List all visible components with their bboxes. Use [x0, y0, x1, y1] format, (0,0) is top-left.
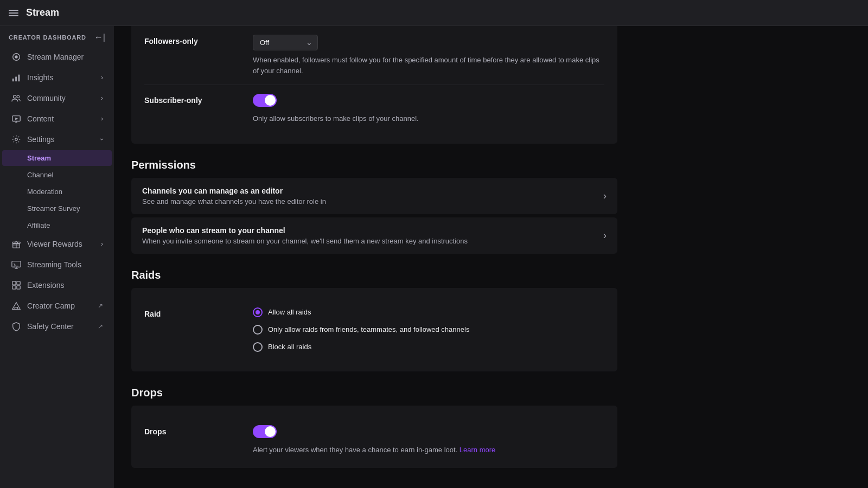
clips-card: Followers-only Off 10 minutes 30 minutes…	[131, 26, 617, 144]
sidebar-label-stream-manager: Stream Manager	[27, 53, 84, 61]
creator-dashboard-label: CREATOR DASHBOARD	[9, 34, 86, 41]
svg-rect-13	[12, 281, 16, 285]
sidebar-sub-item-channel[interactable]: Channel	[2, 167, 112, 183]
sidebar: CREATOR DASHBOARD ←| Stream Manager	[0, 26, 114, 488]
subscriber-only-row: Subscriber-only Only allow subscribers t…	[144, 85, 604, 133]
svg-rect-2	[12, 79, 14, 81]
sidebar-item-safety-center[interactable]: Safety Center ↗	[2, 317, 112, 336]
raid-label-friends-only: Only allow raids from friends, teammates…	[268, 325, 469, 333]
raid-label: Raid	[144, 307, 253, 318]
sidebar-label-extensions: Extensions	[27, 281, 64, 290]
sidebar-item-extensions[interactable]: Extensions	[2, 275, 112, 295]
permission-info-editor: Channels you can manage as an editor See…	[142, 187, 326, 206]
sidebar-collapse-icon[interactable]: ←|	[94, 33, 105, 42]
svg-rect-4	[18, 75, 20, 82]
sidebar-item-content[interactable]: Content ›	[2, 109, 112, 129]
svg-rect-14	[17, 281, 20, 285]
sidebar-label-safety-center: Safety Center	[27, 322, 74, 331]
svg-marker-8	[15, 118, 18, 120]
sidebar-label-content: Content	[27, 114, 54, 123]
subscriber-only-toggle[interactable]	[253, 94, 277, 107]
stream-manager-icon	[11, 52, 22, 62]
raid-control: Allow all raids Only allow raids from fr…	[253, 307, 604, 352]
sidebar-item-community[interactable]: Community ›	[2, 88, 112, 108]
followers-only-label: Followers-only	[144, 35, 253, 46]
safety-center-icon	[11, 321, 22, 332]
sub-item-label-streamer-survey: Streamer Survey	[27, 204, 80, 213]
permissions-heading: Permissions	[131, 159, 617, 171]
menu-icon[interactable]	[9, 8, 20, 18]
raid-option-allow-all[interactable]: Allow all raids	[253, 307, 604, 317]
sidebar-label-settings: Settings	[27, 135, 55, 144]
content-area: Followers-only Off 10 minutes 30 minutes…	[114, 26, 635, 488]
drops-toggle[interactable]	[253, 425, 277, 438]
svg-point-9	[15, 138, 18, 141]
creator-camp-external-icon: ↗	[98, 302, 103, 310]
sidebar-item-creator-camp[interactable]: Creator Camp ↗	[2, 296, 112, 316]
permission-info-people-stream: People who can stream to your channel Wh…	[142, 226, 468, 245]
raid-option-block-all[interactable]: Block all raids	[253, 342, 604, 352]
raids-card: Raid Allow all raids Only allow raids fr…	[131, 288, 617, 371]
main-content: Followers-only Off 10 minutes 30 minutes…	[114, 26, 868, 488]
sidebar-sub-item-affiliate[interactable]: Affiliate	[2, 217, 112, 233]
raid-radio-allow-all-icon	[253, 307, 263, 317]
viewer-rewards-icon	[11, 239, 22, 249]
permission-row-editor[interactable]: Channels you can manage as an editor See…	[131, 178, 617, 214]
sub-item-label-affiliate: Affiliate	[27, 221, 50, 229]
community-chevron-icon: ›	[101, 94, 103, 102]
content-chevron-icon: ›	[101, 115, 103, 123]
drops-heading: Drops	[131, 387, 617, 399]
permission-row-people-stream[interactable]: People who can stream to your channel Wh…	[131, 217, 617, 254]
drops-card: Drops Alert your viewers when they have …	[131, 406, 617, 468]
permission-chevron-people-icon: ›	[603, 230, 607, 241]
sidebar-header: CREATOR DASHBOARD ←|	[0, 26, 114, 47]
drops-row: Drops Alert your viewers when they have …	[144, 416, 604, 458]
drops-learn-more-link[interactable]: Learn more	[459, 446, 495, 454]
raid-radio-block-icon	[253, 342, 263, 352]
settings-icon	[11, 134, 22, 145]
insights-icon	[11, 72, 22, 83]
svg-point-1	[15, 55, 17, 58]
sidebar-sub-item-moderation[interactable]: Moderation	[2, 184, 112, 200]
sidebar-item-insights[interactable]: Insights ›	[2, 68, 112, 87]
sidebar-item-settings[interactable]: Settings ›	[2, 130, 112, 149]
creator-camp-icon	[11, 300, 22, 311]
drops-description-text: Alert your viewers when they have a chan…	[253, 446, 457, 454]
content-icon	[11, 113, 22, 124]
sidebar-item-viewer-rewards[interactable]: Viewer Rewards ›	[2, 234, 112, 254]
community-icon	[11, 93, 22, 104]
sidebar-sub-item-stream[interactable]: Stream	[2, 150, 112, 166]
permission-desc-editor: See and manage what channels you have th…	[142, 197, 326, 206]
subscriber-only-control: Only allow subscribers to make clips of …	[253, 94, 604, 124]
topbar: Stream	[0, 0, 868, 26]
sub-item-label-channel: Channel	[27, 171, 53, 179]
svg-rect-16	[17, 286, 20, 289]
permission-desc-people-stream: When you invite someone to stream on you…	[142, 237, 468, 245]
svg-rect-11	[12, 242, 20, 243]
drops-thumb	[265, 426, 276, 437]
safety-center-external-icon: ↗	[98, 323, 103, 330]
followers-only-description: When enabled, followers must follow you …	[253, 55, 604, 76]
sidebar-item-streaming-tools[interactable]: Streaming Tools	[2, 255, 112, 274]
layout: CREATOR DASHBOARD ←| Stream Manager	[0, 26, 868, 488]
raid-option-friends-only[interactable]: Only allow raids from friends, teammates…	[253, 325, 604, 335]
permission-title-editor: Channels you can manage as an editor	[142, 187, 326, 195]
sidebar-item-stream-manager[interactable]: Stream Manager	[2, 47, 112, 67]
subscriber-only-description: Only allow subscribers to make clips of …	[253, 113, 604, 124]
sidebar-label-viewer-rewards: Viewer Rewards	[27, 240, 82, 248]
raid-label-block-all: Block all raids	[268, 343, 311, 351]
drops-description: Alert your viewers when they have a chan…	[253, 445, 604, 455]
followers-only-row: Followers-only Off 10 minutes 30 minutes…	[144, 26, 604, 85]
sub-item-label-stream: Stream	[27, 154, 51, 162]
followers-only-select[interactable]: Off 10 minutes 30 minutes 1 hour 1 day 1…	[253, 35, 318, 50]
raid-radio-group: Allow all raids Only allow raids from fr…	[253, 307, 604, 352]
streaming-tools-icon	[11, 259, 22, 270]
svg-point-5	[14, 95, 16, 98]
extensions-icon	[11, 280, 22, 291]
svg-point-6	[17, 95, 19, 98]
drops-control: Alert your viewers when they have a chan…	[253, 425, 604, 455]
viewer-rewards-chevron-icon: ›	[101, 240, 103, 248]
sidebar-label-creator-camp: Creator Camp	[27, 301, 75, 310]
sidebar-sub-item-streamer-survey[interactable]: Streamer Survey	[2, 201, 112, 216]
followers-only-control: Off 10 minutes 30 minutes 1 hour 1 day 1…	[253, 35, 604, 76]
